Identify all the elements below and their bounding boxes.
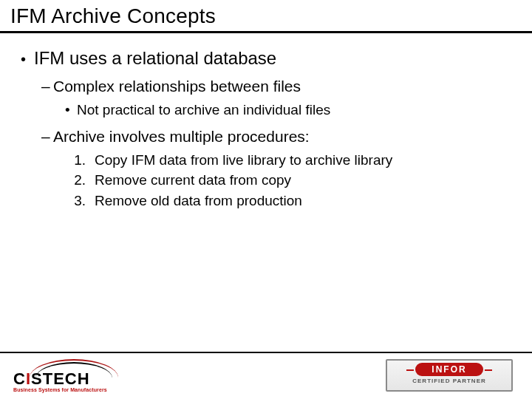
list-item-text: Remove current data from copy	[95, 172, 291, 188]
infor-partner-badge: INFOR CERTIFIED PARTNER	[386, 359, 513, 392]
bullet-level2-text: Archive involves multiple procedures:	[53, 128, 310, 145]
bullet-level2: –Archive involves multiple procedures:	[41, 126, 511, 147]
cistech-logo: CISTECH Business Systems for Manufacture…	[13, 359, 139, 393]
bullet-dot-icon: •	[21, 50, 34, 69]
bullet-level1-text: IFM uses a relational database	[34, 48, 276, 68]
slide-content: •IFM uses a relational database –Complex…	[0, 33, 532, 211]
list-number: 1.	[61, 151, 95, 170]
list-item: 2.Remove current data from copy	[61, 171, 511, 190]
bullet-level3-text: Not practical to archive an individual f…	[77, 102, 330, 117]
bullet-level1: •IFM uses a relational database	[21, 47, 511, 70]
bullet-level2: –Complex relationships between files	[41, 76, 511, 97]
bullet-level3: •Not practical to archive an individual …	[65, 100, 511, 120]
bullet-level2-text: Complex relationships between files	[53, 78, 301, 95]
logo-letter: C	[13, 369, 26, 388]
bullet-dot-icon: •	[65, 100, 77, 120]
logo-wordmark: CISTECH	[13, 369, 90, 389]
numbered-list: 1.Copy IFM data from live library to arc…	[61, 151, 511, 211]
list-item: 1.Copy IFM data from live library to arc…	[61, 151, 511, 170]
list-item: 3.Remove old data from production	[61, 191, 511, 211]
slide-title: IFM Archive Concepts	[0, 0, 532, 31]
list-number: 3.	[61, 191, 95, 211]
logo-letter: I	[26, 369, 31, 388]
infor-pill: INFOR	[415, 363, 482, 376]
dash-icon: –	[41, 126, 53, 147]
list-item-text: Copy IFM data from live library to archi…	[95, 152, 392, 168]
footer-divider	[0, 352, 532, 353]
slide: IFM Archive Concepts •IFM uses a relatio…	[0, 0, 532, 399]
list-item-text: Remove old data from production	[95, 193, 302, 208]
logo-letter: STECH	[31, 369, 90, 388]
list-number: 2.	[61, 171, 95, 190]
logo-tagline: Business Systems for Manufacturers	[13, 387, 107, 392]
dash-icon: –	[41, 76, 53, 97]
certified-partner-label: CERTIFIED PARTNER	[390, 378, 508, 384]
